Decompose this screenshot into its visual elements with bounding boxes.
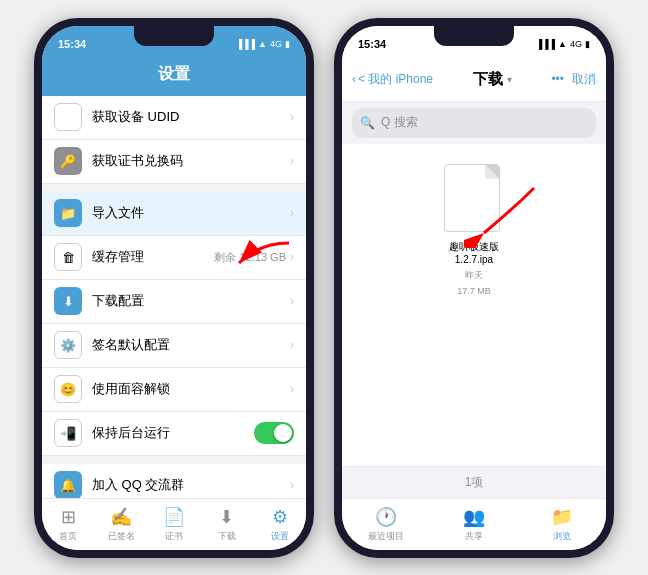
cell-icon-2: 4G (570, 39, 582, 49)
chevron-cert: › (290, 154, 294, 168)
cancel-button[interactable]: 取消 (572, 71, 596, 88)
settings-navbar: 设置 (42, 58, 306, 96)
sign-icon-glyph: ⚙️ (60, 338, 76, 353)
phone2-shell: 15:34 ▐▐▐ ▲ 4G ▮ ‹ < 我的 iPhone 下载 ▾ (334, 18, 614, 558)
recents-icon: 🕐 (375, 506, 397, 528)
more-button[interactable]: ••• (551, 72, 564, 86)
nav-actions: ••• 取消 (551, 71, 596, 88)
settings-item-cache[interactable]: 🗑 缓存管理 剩余 12.13 GB › (42, 236, 306, 280)
tab-cert-icon: 📄 (163, 506, 185, 528)
settings-item-import[interactable]: 📁 导入文件 › (42, 192, 306, 236)
phone2-screen: 15:34 ▐▐▐ ▲ 4G ▮ ‹ < 我的 iPhone 下载 ▾ (342, 26, 606, 550)
file-size: 17.7 MB (457, 286, 491, 296)
file-item-ipa[interactable]: 趣听极速版 1.2.7.ipa 昨天 17.7 MB (444, 164, 504, 296)
wifi-icon: ▲ (258, 39, 267, 49)
files-count-bar: 1项 (342, 466, 606, 498)
tab-bar-1: ⊞ 首页 ✍ 已签名 📄 证书 ⬇ 下载 ⚙ 设置 (42, 498, 306, 550)
settings-item-sign[interactable]: ⚙️ 签名默认配置 › (42, 324, 306, 368)
file-date: 昨天 (465, 269, 483, 282)
bg-label: 保持后台运行 (92, 424, 254, 442)
status-icons-2: ▐▐▐ ▲ 4G ▮ (536, 39, 590, 49)
tab-download-label: 下载 (218, 530, 236, 543)
file-page (444, 164, 500, 232)
file-name: 趣听极速版 1.2.7.ipa (449, 240, 499, 265)
qq-label: 加入 QQ 交流群 (92, 476, 290, 494)
back-button[interactable]: ‹ < 我的 iPhone (352, 71, 433, 88)
chevron-udid: › (290, 110, 294, 124)
settings-item-udid[interactable]: UDID 获取设备 UDID › (42, 96, 306, 140)
face-icon: 😊 (54, 375, 82, 403)
notch1 (134, 26, 214, 46)
tab-cert[interactable]: 📄 证书 (148, 499, 201, 550)
wifi-icon-2: ▲ (558, 39, 567, 49)
search-placeholder: Q 搜索 (381, 114, 418, 131)
qq-icon: 🔔 (54, 471, 82, 498)
tab-cert-label: 证书 (165, 530, 183, 543)
phone1-screen: 15:34 ▐▐▐ ▲ 4G ▮ 设置 UDID 获取 (42, 26, 306, 550)
search-container: 🔍 Q 搜索 (342, 102, 606, 144)
back-chevron: ‹ (352, 72, 356, 86)
chevron-import: › (290, 206, 294, 220)
face-label: 使用面容解锁 (92, 380, 290, 398)
tab-download[interactable]: ⬇ 下载 (200, 499, 253, 550)
cert-label: 获取证书兑换码 (92, 152, 290, 170)
bg-toggle[interactable] (254, 422, 294, 444)
browse-icon: 📁 (551, 506, 573, 528)
cache-value: 剩余 12.13 GB (214, 250, 286, 265)
files-tab-bar: 🕐 最近项目 👥 共享 📁 浏览 (342, 498, 606, 550)
settings-item-qq[interactable]: 🔔 加入 QQ 交流群 › (42, 464, 306, 498)
tab-settings-label: 设置 (271, 530, 289, 543)
time-1: 15:34 (58, 38, 86, 50)
download-label: 下载配置 (92, 292, 290, 310)
signal-icon: ▐▐▐ (236, 39, 255, 49)
files-count: 1项 (465, 474, 484, 491)
phone2: 15:34 ▐▐▐ ▲ 4G ▮ ‹ < 我的 iPhone 下载 ▾ (334, 18, 614, 558)
settings-item-cert[interactable]: 🔑 获取证书兑换码 › (42, 140, 306, 184)
files-content: 趣听极速版 1.2.7.ipa 昨天 17.7 MB (342, 144, 606, 466)
notch2 (434, 26, 514, 46)
tab-signed-icon: ✍ (110, 506, 132, 528)
search-icon: 🔍 (360, 116, 375, 130)
tab-download-icon: ⬇ (219, 506, 234, 528)
face-icon-glyph: 😊 (60, 382, 76, 397)
udid-label-icon: UDID (58, 112, 78, 122)
sign-icon: ⚙️ (54, 331, 82, 359)
toggle-thumb (274, 424, 292, 442)
chevron-qq: › (290, 478, 294, 492)
settings-item-download[interactable]: ⬇ 下载配置 › (42, 280, 306, 324)
udid-icon-bg: UDID (54, 103, 82, 131)
cache-icon-glyph: 🗑 (62, 250, 75, 265)
browse-label: 浏览 (553, 530, 571, 543)
files-tab-shared[interactable]: 👥 共享 (430, 506, 518, 543)
import-icon-glyph: 📁 (60, 206, 76, 221)
settings-item-bg[interactable]: 📲 保持后台运行 (42, 412, 306, 456)
qq-icon-glyph: 🔔 (60, 478, 76, 493)
settings-item-face[interactable]: 😊 使用面容解锁 › (42, 368, 306, 412)
recents-label: 最近项目 (368, 530, 404, 543)
divider1 (42, 184, 306, 192)
cert-icon: 🔑 (54, 147, 82, 175)
files-navbar: ‹ < 我的 iPhone 下载 ▾ ••• 取消 (342, 58, 606, 102)
dropdown-chevron[interactable]: ▾ (507, 74, 512, 85)
chevron-sign: › (290, 338, 294, 352)
signal-icon-2: ▐▐▐ (536, 39, 555, 49)
cell-icon: 4G (270, 39, 282, 49)
tab-settings[interactable]: ⚙ 设置 (253, 499, 306, 550)
tab-settings-icon: ⚙ (272, 506, 288, 528)
search-bar[interactable]: 🔍 Q 搜索 (352, 108, 596, 138)
tab-signed-label: 已签名 (108, 530, 135, 543)
tab-home[interactable]: ⊞ 首页 (42, 499, 95, 550)
bg-icon: 📲 (54, 419, 82, 447)
tab-home-label: 首页 (59, 530, 77, 543)
nav-center: 下载 ▾ (433, 70, 551, 89)
settings-title: 设置 (158, 64, 190, 85)
battery-icon-2: ▮ (585, 39, 590, 49)
files-tab-recents[interactable]: 🕐 最近项目 (342, 506, 430, 543)
files-tab-browse[interactable]: 📁 浏览 (518, 506, 606, 543)
phone1: 15:34 ▐▐▐ ▲ 4G ▮ 设置 UDID 获取 (34, 18, 314, 558)
chevron-download: › (290, 294, 294, 308)
tab-signed[interactable]: ✍ 已签名 (95, 499, 148, 550)
sign-label: 签名默认配置 (92, 336, 290, 354)
phone1-shell: 15:34 ▐▐▐ ▲ 4G ▮ 设置 UDID 获取 (34, 18, 314, 558)
settings-list: UDID 获取设备 UDID › 🔑 获取证书兑换码 › (42, 96, 306, 498)
